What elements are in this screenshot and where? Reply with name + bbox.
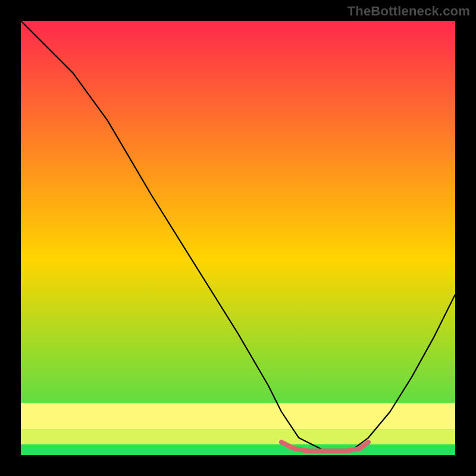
plot-area xyxy=(21,21,455,455)
bottom-band-0 xyxy=(21,444,455,455)
bottom-band-1 xyxy=(21,429,455,444)
bottom-band-2 xyxy=(21,403,455,429)
gradient-bg xyxy=(21,21,455,455)
chart-container: TheBottleneck.com xyxy=(0,0,476,476)
chart-svg xyxy=(21,21,455,455)
watermark-text: TheBottleneck.com xyxy=(347,4,470,19)
